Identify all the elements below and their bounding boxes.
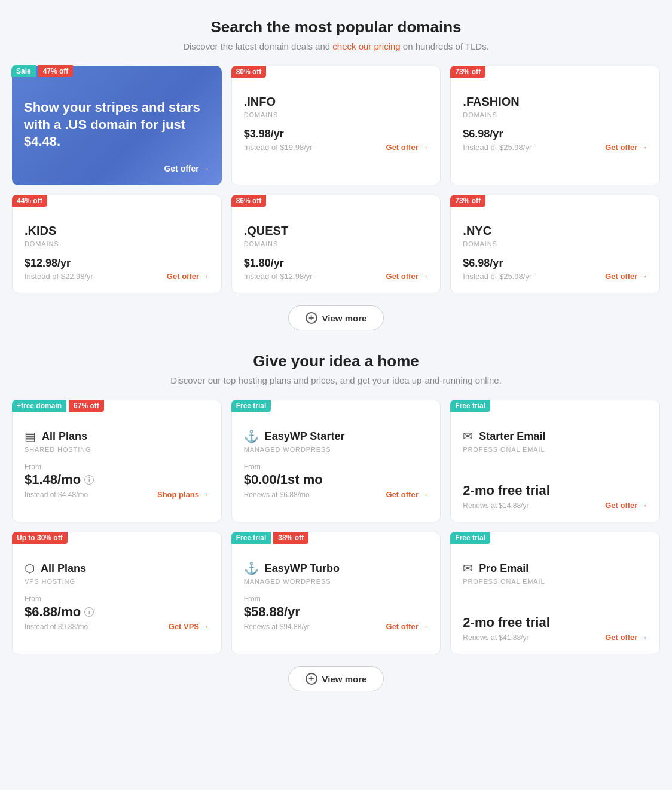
info-discount-badge: 80% off <box>231 66 267 78</box>
fashion-badges: 73% off <box>450 66 485 78</box>
easywp-starter-cta[interactable]: Get offer → <box>386 490 429 499</box>
nyc-domain-name: .NYC <box>463 224 647 238</box>
pricing-link[interactable]: check our pricing <box>332 41 400 51</box>
easywp-turbo-card: Free trial 38% off ⚓ EasyWP Turbo MANAGE… <box>231 532 441 654</box>
easywp-starter-renews: Renews at $6.88/mo <box>244 491 310 499</box>
nyc-instead: Instead of $25.98/yr <box>463 272 532 281</box>
starter-email-category: PROFESSIONAL EMAIL <box>463 446 647 453</box>
free-domain-badge: +free domain <box>12 400 66 412</box>
easywp-starter-category: MANAGED WORDPRESS <box>244 446 429 453</box>
quest-domain-name: .QUEST <box>244 224 429 238</box>
quest-cta[interactable]: Get offer → <box>386 272 429 281</box>
fashion-cta[interactable]: Get offer → <box>605 143 647 152</box>
hosting-cards-row-1: +free domain 67% off ▤ All Plans SHARED … <box>12 400 660 522</box>
pro-email-badges: Free trial <box>450 532 490 544</box>
pro-email-icon: ✉ <box>463 561 473 575</box>
easywp-starter-icon: ⚓ <box>244 429 259 443</box>
plus-icon: + <box>306 312 317 324</box>
shared-hosting-from: From <box>25 463 209 471</box>
fashion-domain-name: .FASHION <box>463 95 647 109</box>
starter-email-price: 2-mo free trial <box>463 483 647 498</box>
hero-discount-badge: 47% off <box>38 65 74 77</box>
info-badges: 80% off <box>231 66 267 78</box>
kids-badges: 44% off <box>12 195 47 207</box>
pro-email-category: PROFESSIONAL EMAIL <box>463 578 647 585</box>
domain-cards-row-2: 44% off .KIDS DOMAINS $12.98/yr Instead … <box>12 195 660 293</box>
vps-hosting-price: $6.88/mo i <box>25 604 209 620</box>
shared-hosting-name: All Plans <box>42 430 87 443</box>
view-more-hosting-button[interactable]: + View more <box>288 666 384 691</box>
pro-email-free-trial-badge: Free trial <box>450 532 490 544</box>
nyc-badges: 73% off <box>450 195 485 207</box>
pro-email-price: 2-mo free trial <box>463 615 647 630</box>
fashion-domain-card: 73% off .FASHION DOMAINS $6.98/yr Instea… <box>450 66 660 185</box>
easywp-turbo-category: MANAGED WORDPRESS <box>244 578 429 585</box>
shared-hosting-card: +free domain 67% off ▤ All Plans SHARED … <box>12 400 222 522</box>
pro-email-name: Pro Email <box>479 562 529 575</box>
easywp-turbo-cta[interactable]: Get offer → <box>386 622 429 631</box>
fashion-price: $6.98/yr <box>463 128 647 140</box>
domains-title: Search the most popular domains <box>12 18 660 36</box>
hosting-subtitle: Discover our top hosting plans and price… <box>12 375 660 385</box>
kids-category: DOMAINS <box>25 240 209 247</box>
domain-cards-row-1: Sale 47% off Show your stripes and stars… <box>12 66 660 185</box>
nyc-cta[interactable]: Get offer → <box>605 272 647 281</box>
view-more-domains-button[interactable]: + View more <box>288 305 384 330</box>
shared-hosting-price: $1.48/mo i <box>25 472 209 488</box>
hero-cta[interactable]: Get offer → <box>24 164 210 173</box>
plus-icon-2: + <box>306 673 317 685</box>
nyc-discount-badge: 73% off <box>450 195 485 207</box>
info-cta[interactable]: Get offer → <box>386 143 429 152</box>
hero-title: Show your stripes and stars with a .US d… <box>24 99 210 154</box>
fashion-instead: Instead of $25.98/yr <box>463 143 532 152</box>
shared-hosting-cta[interactable]: Shop plans → <box>157 490 209 499</box>
shared-hosting-icon: ▤ <box>25 429 36 443</box>
pro-email-renews: Renews at $41.88/yr <box>463 633 529 642</box>
info-domain-name: .INFO <box>244 95 429 109</box>
hosting-title: Give your idea a home <box>12 352 660 370</box>
easywp-turbo-free-trial-badge: Free trial <box>231 532 271 544</box>
pro-email-card: Free trial ✉ Pro Email PROFESSIONAL EMAI… <box>450 532 660 654</box>
starter-email-cta[interactable]: Get offer → <box>605 501 647 510</box>
vps-hosting-badges: Up to 30% off <box>12 532 68 544</box>
easywp-turbo-icon: ⚓ <box>244 561 259 575</box>
vps-hosting-info-icon[interactable]: i <box>84 607 94 617</box>
easywp-starter-free-trial-badge: Free trial <box>231 400 271 412</box>
info-category: DOMAINS <box>244 111 429 118</box>
kids-domain-card: 44% off .KIDS DOMAINS $12.98/yr Instead … <box>12 195 222 293</box>
easywp-starter-card: Free trial ⚓ EasyWP Starter MANAGED WORD… <box>231 400 441 522</box>
vps-discount-badge: Up to 30% off <box>12 532 68 544</box>
starter-email-name: Starter Email <box>479 430 545 443</box>
nyc-category: DOMAINS <box>463 240 647 247</box>
quest-category: DOMAINS <box>244 240 429 247</box>
kids-price: $12.98/yr <box>25 257 209 270</box>
starter-email-icon: ✉ <box>463 429 473 443</box>
pro-email-cta[interactable]: Get offer → <box>605 633 647 642</box>
domains-subtitle: Discover the latest domain deals and che… <box>12 41 660 51</box>
info-price: $3.98/yr <box>244 128 429 140</box>
view-more-domains-label: View more <box>322 313 367 323</box>
shared-hosting-category: SHARED HOSTING <box>25 446 209 453</box>
vps-hosting-from: From <box>25 595 209 603</box>
hero-badges: Sale 47% off <box>11 65 73 77</box>
fashion-discount-badge: 73% off <box>450 66 485 78</box>
easywp-turbo-price: $58.88/yr <box>244 604 429 620</box>
easywp-starter-name: EasyWP Starter <box>265 430 345 443</box>
view-more-hosting-label: View more <box>322 674 367 684</box>
info-domain-card: 80% off .INFO DOMAINS $3.98/yr Instead o… <box>231 66 441 185</box>
vps-hosting-cta[interactable]: Get VPS → <box>169 622 209 631</box>
shared-hosting-instead: Instead of $4.48/mo <box>25 491 88 499</box>
quest-price: $1.80/yr <box>244 257 429 270</box>
quest-discount-badge: 86% off <box>231 195 267 207</box>
starter-email-free-trial-badge: Free trial <box>450 400 490 412</box>
quest-domain-card: 86% off .QUEST DOMAINS $1.80/yr Instead … <box>231 195 441 293</box>
vps-hosting-icon: ⬡ <box>25 561 35 575</box>
easywp-turbo-name: EasyWP Turbo <box>265 562 340 575</box>
easywp-turbo-badges: Free trial 38% off <box>231 532 308 544</box>
shared-hosting-info-icon[interactable]: i <box>84 475 94 485</box>
fashion-category: DOMAINS <box>463 111 647 118</box>
kids-cta[interactable]: Get offer → <box>167 272 209 281</box>
starter-email-card: Free trial ✉ Starter Email PROFESSIONAL … <box>450 400 660 522</box>
easywp-turbo-discount-badge: 38% off <box>273 532 308 544</box>
easywp-starter-price: $0.00/1st mo <box>244 472 429 488</box>
